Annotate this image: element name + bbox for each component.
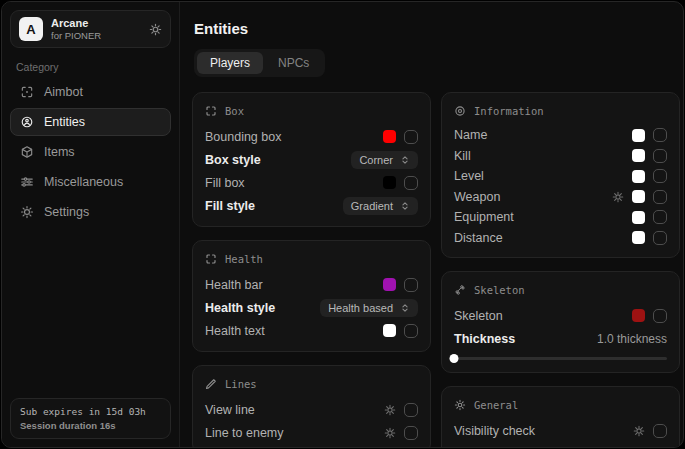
- setting-row: Kill: [454, 146, 667, 167]
- box-style-select[interactable]: Corner: [351, 151, 418, 169]
- sidebar-item-settings[interactable]: Settings: [10, 198, 171, 226]
- color-swatch[interactable]: [383, 130, 396, 143]
- checkbox[interactable]: [653, 128, 667, 142]
- bone-icon: [454, 284, 466, 296]
- setting-row: Health style Health based: [205, 296, 418, 319]
- setting-label: Skeleton: [454, 309, 503, 323]
- checkbox[interactable]: [404, 130, 418, 144]
- sidebar-item-items[interactable]: Items: [10, 138, 171, 166]
- unfold-icon: [400, 155, 410, 165]
- select-value: Health based: [328, 302, 393, 314]
- thickness-slider[interactable]: [454, 353, 667, 363]
- row-settings-gear-icon[interactable]: [384, 427, 396, 439]
- setting-label: Line to enemy: [205, 426, 284, 440]
- box-card: Box Bounding box Box style Corne: [192, 92, 431, 227]
- checkbox[interactable]: [404, 426, 418, 440]
- crosshair-icon: [20, 85, 34, 99]
- slider-value: 1.0 thickness: [597, 332, 667, 346]
- brand-logo: A: [19, 17, 43, 41]
- gear-icon[interactable]: [149, 23, 162, 36]
- color-swatch[interactable]: [383, 176, 396, 189]
- sidebar-item-entities[interactable]: Entities: [10, 108, 171, 136]
- checkbox[interactable]: [653, 309, 667, 323]
- row-settings-gear-icon[interactable]: [633, 425, 645, 437]
- unfold-icon: [400, 201, 410, 211]
- target-icon: [454, 105, 466, 117]
- skeleton-card: Skeleton Skeleton Thickness 1.0 thicknes…: [441, 271, 680, 373]
- unfold-icon: [400, 303, 410, 313]
- brand-name: Arcane: [51, 17, 101, 30]
- setting-row: Visibility check: [454, 419, 667, 442]
- color-swatch[interactable]: [632, 190, 645, 203]
- entity-type-tabs: Players NPCs: [194, 49, 325, 77]
- setting-row: Skeleton: [454, 304, 667, 327]
- setting-row: Fill style Gradient: [205, 194, 418, 217]
- section-title: Information: [474, 105, 544, 117]
- sidebar-item-miscellaneous[interactable]: Miscellaneous: [10, 168, 171, 196]
- select-value: Corner: [359, 154, 393, 166]
- setting-row: Fill box: [205, 171, 418, 194]
- fill-style-select[interactable]: Gradient: [343, 197, 418, 215]
- color-swatch[interactable]: [383, 278, 396, 291]
- setting-label: Max distance: [454, 447, 533, 449]
- slider-value: 500m: [637, 447, 667, 449]
- setting-row: Box style Corner: [205, 148, 418, 171]
- slider-label-row: Max distance 500m: [454, 442, 667, 448]
- checkbox[interactable]: [404, 403, 418, 417]
- setting-label: Equipment: [454, 210, 514, 224]
- checkbox[interactable]: [653, 190, 667, 204]
- sidebar-item-label: Settings: [44, 205, 89, 219]
- setting-label: Thickness: [454, 332, 515, 346]
- section-title: Skeleton: [474, 284, 525, 296]
- checkbox[interactable]: [653, 169, 667, 183]
- setting-row: Distance: [454, 228, 667, 249]
- section-title: General: [474, 399, 518, 411]
- checkbox[interactable]: [653, 210, 667, 224]
- health-style-select[interactable]: Health based: [320, 299, 418, 317]
- main-content: Entities Players NPCs Box Bounding box: [180, 2, 684, 447]
- color-swatch[interactable]: [632, 231, 645, 244]
- row-settings-gear-icon[interactable]: [384, 404, 396, 416]
- setting-row: Health text: [205, 319, 418, 342]
- checkbox[interactable]: [653, 231, 667, 245]
- color-swatch[interactable]: [632, 211, 645, 224]
- color-swatch[interactable]: [632, 309, 645, 322]
- setting-label: Health style: [205, 301, 275, 315]
- sidebar-item-aimbot[interactable]: Aimbot: [10, 78, 171, 106]
- checkbox[interactable]: [404, 278, 418, 292]
- row-settings-gear-icon[interactable]: [612, 191, 624, 203]
- tab-players[interactable]: Players: [197, 52, 263, 74]
- corners-icon: [205, 105, 217, 117]
- tab-npcs[interactable]: NPCs: [265, 52, 322, 74]
- sidebar-item-label: Miscellaneous: [44, 175, 123, 189]
- subscription-info: Sub expires in 15d 03h Session duration …: [10, 398, 171, 439]
- color-swatch[interactable]: [383, 324, 396, 337]
- setting-label: Distance: [454, 231, 503, 245]
- setting-row: Line to enemy: [205, 421, 418, 444]
- arcane-window: A Arcane for PIONER Category Aimbot: [1, 1, 684, 448]
- color-swatch[interactable]: [632, 149, 645, 162]
- page-title: Entities: [194, 20, 680, 37]
- checkbox[interactable]: [404, 176, 418, 190]
- setting-row: Health bar: [205, 273, 418, 296]
- setting-label: Fill box: [205, 176, 245, 190]
- checkbox[interactable]: [653, 149, 667, 163]
- sidebar-item-label: Aimbot: [44, 85, 83, 99]
- checkbox[interactable]: [653, 424, 667, 438]
- setting-label: Kill: [454, 149, 471, 163]
- setting-label: Name: [454, 128, 487, 142]
- setting-row: Weapon: [454, 187, 667, 208]
- slider-handle[interactable]: [450, 354, 459, 363]
- gear-icon: [20, 205, 34, 219]
- brand-subtitle: for PIONER: [51, 30, 101, 41]
- sidebar-item-label: Items: [44, 145, 75, 159]
- color-swatch[interactable]: [632, 170, 645, 183]
- setting-label: View line: [205, 403, 255, 417]
- corners-icon: [205, 253, 217, 265]
- setting-label: Visibility check: [454, 424, 535, 438]
- checkbox[interactable]: [404, 324, 418, 338]
- setting-label: Health bar: [205, 278, 263, 292]
- information-card: Information Name Kill: [441, 92, 680, 258]
- color-swatch[interactable]: [632, 129, 645, 142]
- setting-row: Bounding box: [205, 125, 418, 148]
